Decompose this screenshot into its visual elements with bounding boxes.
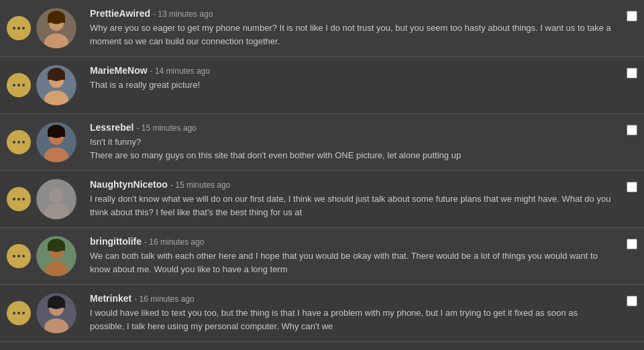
checkbox-area [627, 65, 637, 78]
avatar [36, 293, 76, 333]
message-header: Metrinket- 16 minutes ago [90, 293, 613, 304]
message-menu-button[interactable] [7, 187, 31, 211]
message-list: PrettieAwired- 13 minutes agoWhy are you… [0, 0, 644, 342]
message-text: I would have liked to text you too, but … [90, 306, 613, 333]
avatar-area [7, 65, 76, 105]
timestamp: - 16 minutes ago [144, 237, 204, 247]
timestamp: - 13 minutes ago [153, 9, 213, 19]
message-header: Lessrebel- 15 minutes ago [90, 122, 613, 133]
timestamp: - 15 minutes ago [170, 180, 230, 190]
message-header: NaughtynNicetoo- 15 minutes ago [90, 179, 613, 190]
message-content: PrettieAwired- 13 minutes agoWhy are you… [83, 8, 620, 48]
message-text: Why are you so eager to get my phone num… [90, 21, 613, 48]
timestamp: - 16 minutes ago [134, 294, 194, 304]
avatar-area [7, 8, 76, 48]
avatar [36, 65, 76, 105]
username[interactable]: Lessrebel [90, 122, 133, 133]
message-checkbox[interactable] [627, 68, 637, 78]
checkbox-area [627, 8, 637, 21]
message-menu-button[interactable] [7, 301, 31, 325]
message-content: bringittolife- 16 minutes agoWe can both… [83, 236, 620, 276]
message-checkbox[interactable] [627, 125, 637, 135]
message-header: bringittolife- 16 minutes ago [90, 236, 613, 247]
avatar [36, 122, 76, 162]
message-text: We can both talk with each other here an… [90, 249, 613, 276]
checkbox-area [627, 293, 637, 306]
message-text: Isn't it funny? There are so many guys o… [90, 135, 613, 162]
message-header: PrettieAwired- 13 minutes ago [90, 8, 613, 19]
message-content: NaughtynNicetoo- 15 minutes agoI really … [83, 179, 620, 219]
username[interactable]: bringittolife [90, 236, 142, 247]
message-checkbox[interactable] [627, 11, 637, 21]
svg-rect-23 [48, 245, 65, 251]
message-header: MarieMeNow- 14 minutes ago [90, 65, 613, 76]
avatar [36, 179, 76, 219]
avatar [36, 8, 76, 48]
message-text: That is a really great picture! [90, 78, 613, 92]
svg-rect-28 [48, 302, 65, 308]
avatar-area [7, 122, 76, 162]
timestamp: - 15 minutes ago [136, 123, 196, 133]
message-content: Metrinket- 16 minutes agoI would have li… [83, 293, 620, 333]
message-item: NaughtynNicetoo- 15 minutes agoI really … [0, 171, 644, 228]
username[interactable]: PrettieAwired [90, 8, 150, 19]
message-item: bringittolife- 16 minutes agoWe can both… [0, 228, 644, 285]
message-menu-button[interactable] [7, 244, 31, 268]
avatar-area [7, 179, 76, 219]
avatar-area [7, 236, 76, 276]
message-menu-button[interactable] [7, 130, 31, 154]
message-item: MarieMeNow- 14 minutes agoThat is a real… [0, 57, 644, 114]
message-menu-button[interactable] [7, 73, 31, 97]
message-text: I really don't know what we will do on o… [90, 192, 613, 219]
message-checkbox[interactable] [627, 296, 637, 306]
message-checkbox[interactable] [627, 182, 637, 192]
message-checkbox[interactable] [627, 239, 637, 249]
avatar [36, 236, 76, 276]
svg-rect-18 [36, 179, 76, 219]
message-item: Metrinket- 16 minutes agoI would have li… [0, 285, 644, 342]
svg-rect-4 [48, 17, 65, 23]
avatar-area [7, 293, 76, 333]
checkbox-area [627, 236, 637, 249]
username[interactable]: NaughtynNicetoo [90, 179, 168, 190]
message-item: Lessrebel- 15 minutes agoIsn't it funny?… [0, 114, 644, 171]
svg-rect-14 [48, 131, 65, 137]
message-menu-button[interactable] [7, 16, 31, 40]
username[interactable]: Metrinket [90, 293, 131, 304]
message-item: PrettieAwired- 13 minutes agoWhy are you… [0, 0, 644, 57]
svg-rect-9 [48, 74, 65, 80]
checkbox-area [627, 122, 637, 135]
username[interactable]: MarieMeNow [90, 65, 148, 76]
checkbox-area [627, 179, 637, 192]
message-content: Lessrebel- 15 minutes agoIsn't it funny?… [83, 122, 620, 162]
message-content: MarieMeNow- 14 minutes agoThat is a real… [83, 65, 620, 92]
timestamp: - 14 minutes ago [150, 66, 210, 76]
